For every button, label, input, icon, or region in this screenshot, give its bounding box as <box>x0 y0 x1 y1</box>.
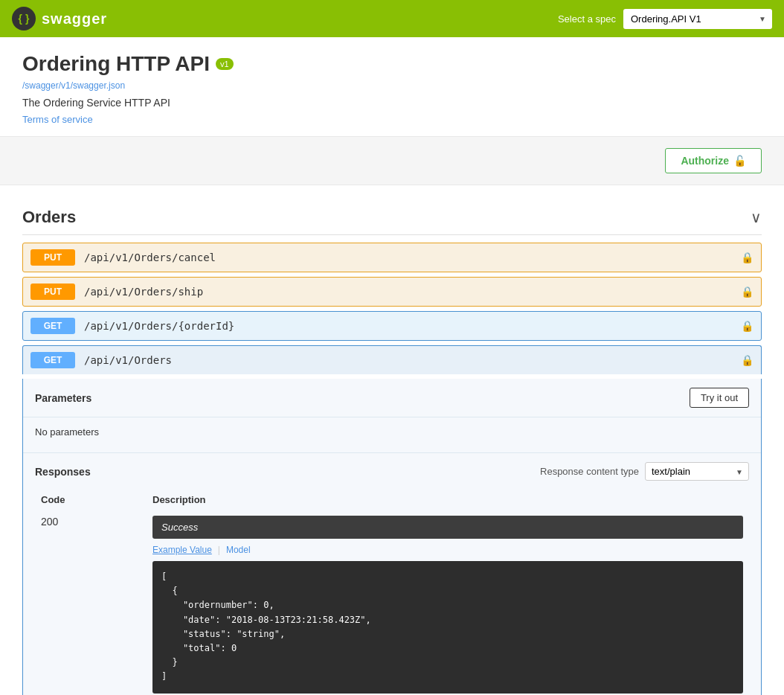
endpoint-path: /api/v1/Orders <box>84 354 741 366</box>
code-block-200: [ { "ordernumber": 0, "date": "2018-08-1… <box>152 561 743 694</box>
params-section: Parameters Try it out <box>23 379 761 417</box>
content-type-select-wrapper[interactable]: text/plain application/json <box>645 462 749 481</box>
endpoint-get-orderid[interactable]: GET /api/v1/Orders/{orderId} 🔒 <box>22 311 762 341</box>
collapse-icon[interactable]: ∨ <box>751 208 762 226</box>
endpoint-get-orders[interactable]: GET /api/v1/Orders 🔒 <box>22 345 762 374</box>
endpoint-path: /api/v1/Orders/cancel <box>84 252 741 263</box>
orders-header[interactable]: Orders ∨ <box>22 200 762 235</box>
responses-title: Responses <box>35 466 91 478</box>
api-version-badge: v1 <box>216 58 234 70</box>
responses-section: Responses Response content type text/pla… <box>23 452 761 695</box>
api-info: Ordering HTTP API v1 /swagger/v1/swagger… <box>0 37 784 136</box>
table-row: 200 Success Example Value | Model [ { "o… <box>35 510 749 695</box>
orders-title: Orders <box>22 208 76 227</box>
endpoint-lock-icon: 🔒 <box>741 320 754 332</box>
col-description: Description <box>147 490 749 510</box>
logo-text: swagger <box>42 10 107 28</box>
orders-section: Orders ∨ PUT /api/v1/Orders/cancel 🔒 PUT… <box>22 200 762 695</box>
authorize-button-label: Authorize <box>681 155 729 167</box>
response-code-200: 200 <box>41 516 58 528</box>
logo-symbol: { } <box>19 13 30 25</box>
no-params-text: No parameters <box>35 426 99 438</box>
endpoint-path: /api/v1/Orders/{orderId} <box>84 320 741 332</box>
model-tab[interactable]: Model <box>226 545 251 555</box>
method-badge-put: PUT <box>30 284 75 300</box>
api-spec-link[interactable]: /swagger/v1/swagger.json <box>22 80 762 91</box>
endpoint-lock-icon: 🔒 <box>741 286 754 298</box>
endpoint-lock-icon: 🔒 <box>741 354 754 366</box>
spec-select[interactable]: Ordering.API V1 <box>623 9 772 29</box>
method-badge-put: PUT <box>30 249 75 266</box>
response-desc-success: Success <box>152 516 743 539</box>
no-params: No parameters <box>23 417 761 452</box>
select-spec-label: Select a spec <box>558 13 616 25</box>
lock-icon: 🔓 <box>733 155 746 167</box>
authorize-button[interactable]: Authorize 🔓 <box>665 148 762 173</box>
header: { } swagger Select a spec Ordering.API V… <box>0 0 784 37</box>
authorize-section: Authorize 🔓 <box>0 136 784 185</box>
api-title-text: Ordering HTTP API <box>22 52 210 76</box>
method-badge-get: GET <box>30 352 75 368</box>
example-value-tabs: Example Value | Model <box>152 545 743 555</box>
header-right: Select a spec Ordering.API V1 <box>558 9 772 29</box>
responses-header: Responses Response content type text/pla… <box>35 462 749 481</box>
endpoint-lock-icon: 🔒 <box>741 252 754 263</box>
endpoint-path: /api/v1/Orders/ship <box>84 286 741 298</box>
method-badge-get: GET <box>30 318 75 334</box>
example-value-tab[interactable]: Example Value <box>152 545 212 555</box>
content-type-select[interactable]: text/plain application/json <box>645 462 749 481</box>
swagger-icon: { } <box>12 7 36 31</box>
col-code: Code <box>35 490 147 510</box>
endpoint-details: Parameters Try it out No parameters Resp… <box>22 379 762 695</box>
response-table: Code Description 200 Success Example Va <box>35 490 749 695</box>
endpoint-put-ship[interactable]: PUT /api/v1/Orders/ship 🔒 <box>22 277 762 307</box>
api-title: Ordering HTTP API v1 <box>22 52 762 76</box>
response-content-type-wrapper: Response content type text/plain applica… <box>540 462 749 481</box>
terms-of-service-link[interactable]: Terms of service <box>22 114 93 125</box>
section-divider <box>0 185 784 185</box>
params-title: Parameters <box>35 392 91 404</box>
endpoint-put-cancel[interactable]: PUT /api/v1/Orders/cancel 🔒 <box>22 243 762 272</box>
api-description: The Ordering Service HTTP API <box>22 97 762 109</box>
spec-select-wrapper[interactable]: Ordering.API V1 <box>623 9 772 29</box>
try-it-button[interactable]: Try it out <box>690 388 749 408</box>
response-content-type-label: Response content type <box>540 466 639 477</box>
logo: { } swagger <box>12 7 107 31</box>
